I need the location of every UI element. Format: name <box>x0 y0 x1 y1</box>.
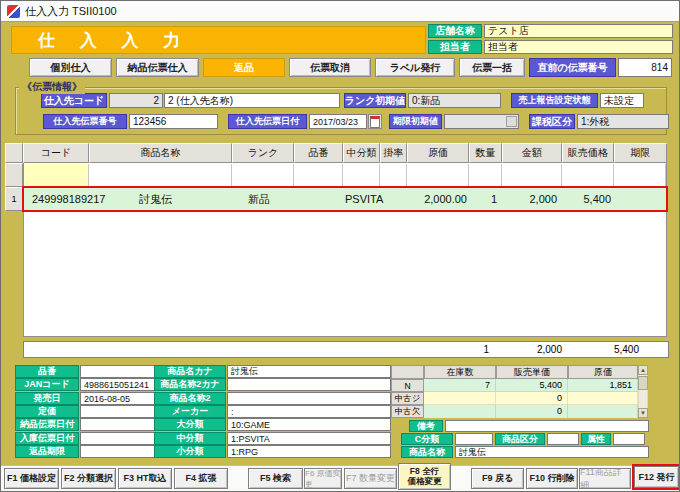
staff-label: 担当者 <box>428 40 482 54</box>
entry-cell-cost[interactable] <box>407 164 469 187</box>
f7-quantity-change-button-disabled: F7 数量変更 <box>344 468 397 489</box>
store-name-field[interactable]: テスト店 <box>484 24 673 38</box>
supplier-slip-number-field[interactable]: 123456 <box>129 114 218 129</box>
grid-header-part-number: 品番 <box>294 143 343 163</box>
row-amount: 2,000 <box>503 188 557 210</box>
c-class-field[interactable] <box>455 433 493 445</box>
supplier-slip-date-field[interactable]: 2017/03/23 <box>309 114 367 129</box>
product-name-kana-label: 商品名カナ <box>154 365 226 378</box>
mode-button-slip-cancel[interactable]: 伝票取消 <box>289 58 371 77</box>
stock-missing-quantity <box>424 405 496 418</box>
c-class-label: C分類 <box>401 433 453 445</box>
stock-scroll-thumb[interactable] <box>638 376 648 390</box>
total-quantity: 1 <box>444 342 489 357</box>
entry-cell-code[interactable] <box>24 164 89 187</box>
small-category-field[interactable]: 1:RPG <box>227 445 391 458</box>
supplier-name-field[interactable]: 2 (仕入先名称) <box>164 93 340 108</box>
f4-extend-button[interactable]: F4 拡張 <box>174 468 228 489</box>
supplier-code-label: 仕入先コード <box>41 93 107 108</box>
f1-price-setting-button[interactable]: F1 価格設定 <box>4 468 59 489</box>
maker-field[interactable]: : <box>227 405 391 418</box>
row-product-name: 討鬼伝 <box>139 188 172 210</box>
stock-junk-cost <box>568 392 638 404</box>
stock-scroll-down-icon[interactable]: ▼ <box>638 408 648 418</box>
receiving-slip-date-label: 入庫伝票日付 <box>15 432 79 445</box>
total-sale-price: 5,400 <box>571 342 639 357</box>
entry-cell-product-name[interactable] <box>89 164 232 187</box>
title-bar[interactable]: 仕入入力 TSII0100 <box>1 1 680 22</box>
product-name2-kana-field[interactable] <box>227 378 391 391</box>
window-title: 仕入入力 TSII0100 <box>25 4 117 19</box>
stock-header-price: 販売単価 <box>496 365 568 379</box>
previous-slip-number-field: 814 <box>618 58 672 77</box>
product-name-kana-field[interactable]: 討鬼伝 <box>227 365 391 378</box>
supplier-slip-date-label: 仕入先伝票日付 <box>228 114 307 129</box>
entry-cell-rank[interactable] <box>232 164 294 187</box>
entry-cell-rate[interactable] <box>380 164 407 187</box>
stock-scroll-up-icon[interactable]: ▲ <box>638 365 648 375</box>
entry-cell-quantity[interactable] <box>469 164 502 187</box>
f9-back-button[interactable]: F9 戻る <box>471 468 524 489</box>
mode-button-returns-active[interactable]: 返品 <box>203 58 285 77</box>
delivery-slip-date-label: 納品伝票日付 <box>15 418 79 431</box>
small-category-label: 小分類 <box>154 445 226 458</box>
f12-issue-button-highlight[interactable]: F12 発行 <box>632 464 680 490</box>
stock-junk-quantity <box>424 392 496 404</box>
product-name-label: 商品名称 <box>401 446 453 458</box>
grid-row-number[interactable]: 1 <box>5 187 23 211</box>
mode-button-slip-batch[interactable]: 伝票一括 <box>459 58 525 77</box>
stock-row-used-junk[interactable]: 0 <box>424 392 638 405</box>
f12-issue-button[interactable]: F12 発行 <box>634 466 679 488</box>
page-title: 仕 入 入 力 <box>11 26 426 54</box>
entry-cell-expiry[interactable] <box>614 164 666 187</box>
stock-new-cost: 1,851 <box>568 379 638 391</box>
product-name-field[interactable]: 討鬼伝 <box>455 446 649 458</box>
part-number-label: 品番 <box>15 365 79 378</box>
staff-field[interactable]: 担当者 <box>484 40 673 54</box>
entry-cell-sale-price[interactable] <box>562 164 614 187</box>
entry-cell-amount[interactable] <box>502 164 562 187</box>
stock-junk-price: 0 <box>496 392 568 404</box>
calendar-button[interactable] <box>368 114 382 129</box>
remarks-field[interactable] <box>445 420 649 432</box>
jan-code-label: JANコード <box>15 378 79 391</box>
f8-all-rows-price-change-button[interactable]: F8 全行 価格変更 <box>398 463 451 490</box>
total-amount: 2,000 <box>494 342 562 357</box>
tax-class-label: 課税区分 <box>529 114 575 129</box>
grid-header-sale-price: 販売価格 <box>562 143 614 163</box>
f3-ht-import-button[interactable]: F3 HT取込 <box>118 468 172 489</box>
mode-button-individual-purchase[interactable]: 個別仕入 <box>29 58 112 77</box>
large-category-label: 大分類 <box>154 418 226 431</box>
stock-rowlabel-used-missing: 中古欠 <box>391 405 424 418</box>
stock-corner-cell <box>391 365 424 379</box>
stock-rowlabel-new: N <box>391 379 424 392</box>
grid-header-rate: 掛率 <box>380 143 407 163</box>
row-sale-price: 5,400 <box>563 188 611 210</box>
stock-row-new[interactable]: 7 5,400 1,851 <box>424 379 638 392</box>
mode-button-delivery-slip-purchase[interactable]: 納品伝票仕入 <box>116 58 199 77</box>
release-date-label: 発売日 <box>15 392 79 405</box>
product-name2-field[interactable] <box>227 392 391 405</box>
sales-report-status-label: 売上報告設定状態 <box>511 93 598 108</box>
product-class-field[interactable] <box>547 433 579 445</box>
mode-button-label-issue[interactable]: ラベル発行 <box>375 58 455 77</box>
stock-row-used-missing[interactable]: 0 <box>424 405 638 418</box>
grid-selected-row[interactable]: 249998189217 討鬼伝 新品 PSVITA 2,000.00 1 2,… <box>22 186 668 212</box>
expiry-calendar-button-disabled <box>506 116 517 127</box>
f5-search-button[interactable]: F5 検索 <box>248 468 303 489</box>
entry-cell-part-number[interactable] <box>294 164 343 187</box>
grid-header-code: コード <box>23 143 89 163</box>
product-name2-label: 商品名称2 <box>154 392 226 405</box>
attribute-field[interactable] <box>613 433 645 445</box>
large-category-field[interactable]: 10:GAME <box>227 418 391 431</box>
f10-delete-row-button[interactable]: F10 行削除 <box>526 468 578 489</box>
rank-default-field[interactable]: 0:新品 <box>408 93 501 108</box>
calendar-icon <box>370 116 380 128</box>
f2-category-select-button[interactable]: F2 分類選択 <box>61 468 116 489</box>
app-window: 仕入入力 TSII0100 仕 入 入 力 店舗名称 テスト店 担当者 担当者 … <box>0 0 680 492</box>
mid-category-field[interactable]: 1:PSVITA <box>227 432 391 445</box>
supplier-code-field[interactable]: 2 <box>109 93 163 108</box>
row-quantity: 1 <box>469 188 497 210</box>
entry-cell-mid-category[interactable] <box>343 164 380 187</box>
attribute-label: 属性 <box>581 433 611 445</box>
